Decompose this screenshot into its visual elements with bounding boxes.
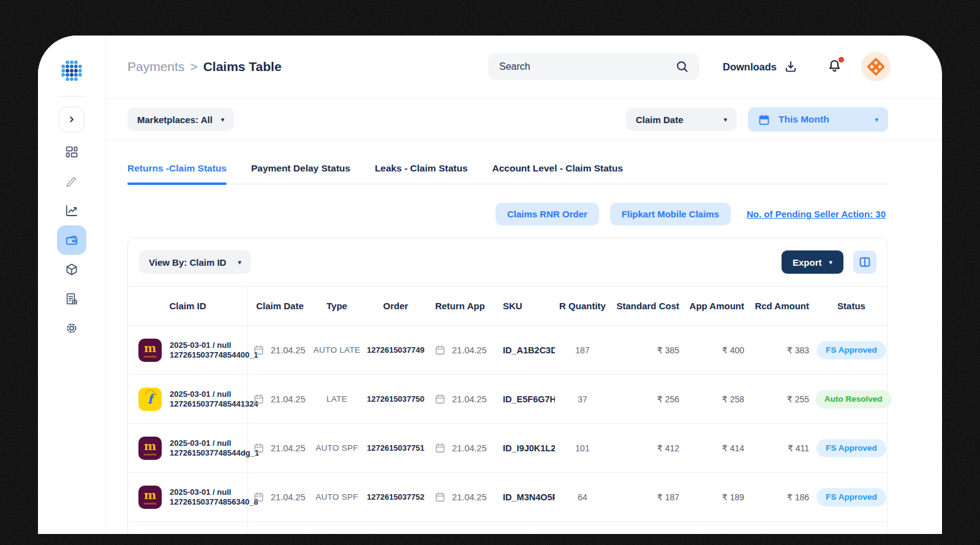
filter-bar: Marketplaces: All ▾ Claim Date ▾ This Mo… xyxy=(105,99,942,141)
sidebar-item-analytics[interactable] xyxy=(57,196,86,225)
sidebar-item-settings[interactable] xyxy=(57,314,86,343)
sidebar-item-reports[interactable] xyxy=(57,284,86,314)
claim-date-dropdown[interactable]: Claim Date ▾ xyxy=(626,108,737,131)
standard-cost-cell: ₹ 385 xyxy=(610,345,685,355)
column-header-status[interactable]: Status xyxy=(815,301,888,311)
calendar-icon xyxy=(434,491,446,503)
column-header-type[interactable]: Type xyxy=(312,301,362,311)
marketplace-icon: m meesho xyxy=(138,486,162,509)
search-icon xyxy=(675,59,690,74)
table-body: m meesho 2025-03-01 / null 1272615037748… xyxy=(128,326,888,534)
sku-cell: ID_M3N4O5P6 xyxy=(491,492,555,502)
claim-id-line2: 127261503774854400_1 xyxy=(170,350,258,360)
calendar-icon xyxy=(434,442,446,454)
columns-icon xyxy=(858,255,872,269)
sidebar-item-dashboard[interactable] xyxy=(57,137,86,167)
column-header-rcd-amount[interactable]: Rcd Amount xyxy=(750,301,815,311)
column-header-claim-id[interactable]: Claim ID xyxy=(128,287,248,325)
downloads-button[interactable]: Downloads xyxy=(723,59,798,74)
sidebar-item-pen[interactable] xyxy=(57,167,86,196)
tab-account-level-claim-status[interactable]: Account Level - Claim Status xyxy=(492,163,624,184)
page-title: Claims Table xyxy=(203,59,282,73)
sku-cell: ID_A1B2C3D4 xyxy=(491,345,555,355)
marketplaces-dropdown[interactable]: Marketplaces: All ▾ xyxy=(127,108,234,131)
pending-seller-action-link[interactable]: No. of Pending Seller Action: 30 xyxy=(747,209,886,219)
notifications-button[interactable] xyxy=(826,58,843,77)
return-app-cell: 21.04.25 xyxy=(429,442,491,454)
column-header-claim-date[interactable]: Claim Date xyxy=(248,301,312,311)
table-row[interactable]: f 2025-03-01 / null 12726150377485441324… xyxy=(128,375,888,424)
view-by-dropdown[interactable]: View By: Claim ID ▾ xyxy=(139,250,251,274)
app-amount-cell: ₹ 258 xyxy=(685,394,750,404)
chevron-down-icon: ▾ xyxy=(875,116,878,123)
claim-id-cell: m meesho 2025-03-01 / null 1272615037748… xyxy=(128,424,248,472)
status-cell: Auto Resolved xyxy=(815,390,892,408)
table-row[interactable]: m meesho 2025-03-01 / null 1272615037748… xyxy=(128,424,888,473)
column-header-sku[interactable]: SKU xyxy=(491,301,555,311)
app-amount-cell: ₹ 400 xyxy=(685,345,750,355)
column-header-return-app[interactable]: Return App xyxy=(429,301,491,311)
calendar-icon xyxy=(434,344,446,356)
breadcrumb: Payments>Claims Table xyxy=(127,59,282,74)
breadcrumb-separator: > xyxy=(190,59,197,73)
app-amount-cell: ₹ 414 xyxy=(685,443,750,453)
column-header-r-quantity[interactable]: R Quantity xyxy=(555,301,610,311)
standard-cost-cell: ₹ 256 xyxy=(610,394,685,404)
chevron-down-icon: ▾ xyxy=(829,259,832,266)
main-area: Payments>Claims Table Downloads xyxy=(105,36,942,534)
claim-date-cell: 21.04.25 xyxy=(248,491,312,503)
table-row[interactable]: m meesho 2025-03-01 / null 1272615037748… xyxy=(128,473,888,522)
dashboard-grid-icon xyxy=(64,145,79,159)
claim-id-line1: 2025-03-01 / null xyxy=(170,487,258,497)
claim-id-cell: m meesho 2025-03-01 / null 1272615037748… xyxy=(128,473,248,521)
tabs: Returns -Claim Status Payment Delay Stat… xyxy=(127,163,888,184)
claim-id-cell: f 2025-03-01 / null 12726150377485441324 xyxy=(128,375,248,423)
date-range-picker[interactable]: This Month ▾ xyxy=(748,107,888,132)
rcd-amount-cell: ₹ 411 xyxy=(750,443,815,453)
sidebar-expand-button[interactable] xyxy=(59,107,85,132)
r-quantity-cell: 64 xyxy=(555,492,610,502)
rcd-amount-cell: ₹ 383 xyxy=(750,345,815,355)
flipkart-mobile-claims-button[interactable]: Flipkart Mobile Claims xyxy=(610,203,731,225)
table-row[interactable]: m meesho 2025-03-01 / null 1272615037748… xyxy=(128,326,888,375)
standard-cost-cell: ₹ 187 xyxy=(610,492,685,502)
rcd-amount-cell: ₹ 186 xyxy=(750,492,815,502)
notification-dot xyxy=(839,57,844,62)
table-row[interactable]: m meesho Auto Resolved xyxy=(128,522,888,534)
search-input[interactable] xyxy=(498,61,675,73)
claim-id-line2: 1272615037748544dg_1 xyxy=(170,448,259,458)
breadcrumb-section[interactable]: Payments xyxy=(127,59,184,73)
tab-leaks-claim-status[interactable]: Leaks - Claim Status xyxy=(375,163,468,184)
column-header-standard-cost[interactable]: Standard Cost xyxy=(610,301,685,311)
tabs-row: Returns -Claim Status Payment Delay Stat… xyxy=(105,141,942,184)
tab-payment-delay-status[interactable]: Payment Delay Status xyxy=(251,163,350,184)
order-cell: 1272615037752 xyxy=(362,492,429,502)
downloads-label: Downloads xyxy=(723,61,777,73)
column-settings-button[interactable] xyxy=(853,250,876,274)
gear-icon xyxy=(64,321,79,336)
column-header-order[interactable]: Order xyxy=(362,301,429,311)
app-window: Payments>Claims Table Downloads xyxy=(38,36,942,534)
marketplace-icon: m meesho xyxy=(138,339,162,362)
column-header-app-amount[interactable]: App Amount xyxy=(685,301,750,311)
claims-rnr-order-button[interactable]: Claims RNR Order xyxy=(496,203,599,225)
calendar-icon xyxy=(434,393,446,405)
r-quantity-cell: 37 xyxy=(555,394,610,404)
table-controls: View By: Claim ID ▾ Export ▾ xyxy=(128,238,888,286)
export-label: Export xyxy=(793,257,822,268)
date-range-label: This Month xyxy=(778,114,829,125)
sidebar-item-payments[interactable] xyxy=(57,225,86,255)
return-app-cell: 21.04.25 xyxy=(429,344,491,356)
sidebar-item-inventory[interactable] xyxy=(57,255,86,284)
claim-id-line2: 127261503774856340_8 xyxy=(170,497,258,507)
calendar-icon xyxy=(253,344,265,356)
order-cell: 1272615037750 xyxy=(362,394,429,404)
account-avatar[interactable] xyxy=(861,52,891,81)
rcd-amount-cell: ₹ 255 xyxy=(750,394,815,404)
wallet-icon xyxy=(64,233,79,247)
tab-returns-claim-status[interactable]: Returns -Claim Status xyxy=(127,163,227,184)
marketplace-icon: m meesho xyxy=(138,437,162,460)
export-button[interactable]: Export ▾ xyxy=(782,250,843,274)
search-bar[interactable] xyxy=(488,53,699,80)
claim-id-line1: 2025-03-01 / null xyxy=(170,340,258,350)
